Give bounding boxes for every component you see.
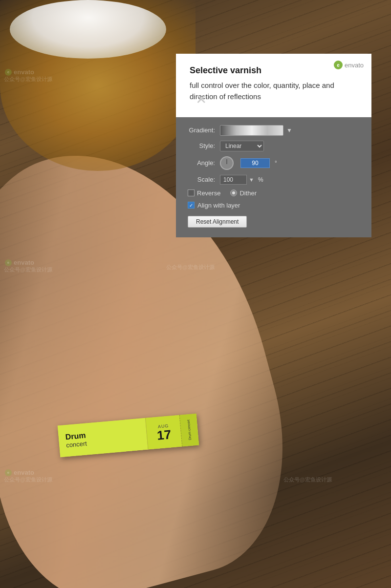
scale-dropdown-arrow[interactable]: ▼ bbox=[249, 177, 254, 183]
envato-text: envato bbox=[345, 62, 364, 69]
reverse-label: Reverse bbox=[197, 189, 220, 197]
wristband-date: AUG 17 bbox=[145, 415, 182, 450]
reset-button-row: Reset Alignment bbox=[186, 216, 362, 228]
angle-degree-symbol: ° bbox=[275, 160, 277, 167]
align-label: Align with layer bbox=[197, 202, 240, 209]
style-label: Style: bbox=[186, 142, 215, 149]
style-select[interactable]: Linear Radial Angle Reflected Diamond bbox=[220, 141, 264, 151]
style-row: Style: Linear Radial Angle Reflected Dia… bbox=[186, 141, 362, 151]
x-mark-decoration: ✕ bbox=[196, 91, 207, 107]
gradient-dropdown-arrow[interactable]: ▼ bbox=[286, 127, 292, 134]
wristband-stub: Drum concert bbox=[179, 414, 199, 447]
main-panel: e envato Selective varnish full control … bbox=[176, 54, 371, 237]
angle-label: Angle: bbox=[186, 159, 215, 167]
card-title: Selective varnish bbox=[190, 65, 358, 76]
gradient-label: Gradient: bbox=[186, 126, 215, 134]
clock-hand bbox=[227, 159, 227, 164]
angle-row: Angle: ° bbox=[186, 156, 362, 170]
envato-logo: e envato bbox=[334, 61, 364, 69]
align-checkbox[interactable]: ✓ bbox=[188, 202, 195, 209]
settings-panel: Gradient: ▼ Style: Linear Radial Angle R… bbox=[176, 117, 371, 237]
gradient-control: ▼ bbox=[220, 125, 292, 136]
scale-controls: ▼ % bbox=[220, 175, 263, 185]
reset-alignment-button[interactable]: Reset Alignment bbox=[188, 216, 247, 228]
scale-input[interactable] bbox=[220, 175, 247, 185]
scale-row: Scale: ▼ % bbox=[186, 175, 362, 185]
info-card: e envato Selective varnish full control … bbox=[176, 54, 371, 117]
angle-input[interactable] bbox=[240, 158, 270, 168]
envato-icon: e bbox=[334, 61, 343, 69]
stub-text: Drum concert bbox=[187, 420, 193, 441]
card-description: full control over the color, quantity, p… bbox=[190, 80, 358, 103]
angle-controls: ° bbox=[220, 156, 277, 170]
beer-foam bbox=[10, 0, 166, 59]
scale-label: Scale: bbox=[186, 176, 215, 183]
scale-percent-symbol: % bbox=[258, 176, 263, 183]
reverse-dither-row: Reverse Dither bbox=[186, 189, 362, 197]
reverse-checkbox-item: Reverse bbox=[188, 189, 220, 197]
reverse-checkbox[interactable] bbox=[188, 189, 195, 196]
beer-glass-area bbox=[0, 0, 196, 171]
align-row: ✓ Align with layer bbox=[186, 202, 362, 209]
gradient-preview[interactable] bbox=[220, 125, 283, 136]
wristband-day: 17 bbox=[156, 428, 172, 441]
gradient-row: Gradient: ▼ bbox=[186, 125, 362, 136]
dither-label: Dither bbox=[239, 189, 257, 197]
dither-radio[interactable] bbox=[230, 189, 237, 196]
angle-clock-icon[interactable] bbox=[220, 156, 234, 170]
dither-checkbox-item: Dither bbox=[230, 189, 257, 197]
